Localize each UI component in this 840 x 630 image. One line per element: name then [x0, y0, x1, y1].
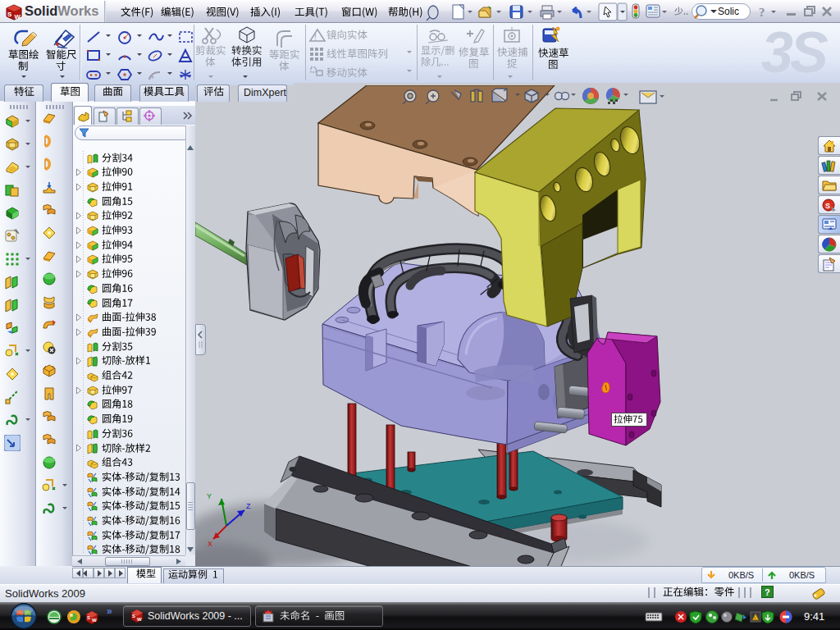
svg-text:W: W [15, 13, 21, 21]
svg-text:Z: Z [246, 502, 251, 510]
svg-text:!: ! [314, 33, 317, 42]
svg-text:?: ? [759, 6, 765, 19]
svg-text:W: W [92, 618, 97, 623]
svg-text:S: S [132, 614, 135, 619]
svg-text:X: X [208, 540, 212, 548]
svg-text:S: S [7, 11, 12, 18]
svg-text:Y: Y [207, 492, 212, 500]
svg-text:W: W [137, 617, 142, 622]
svg-text:S: S [87, 615, 90, 620]
svg-text:S: S [825, 202, 830, 210]
